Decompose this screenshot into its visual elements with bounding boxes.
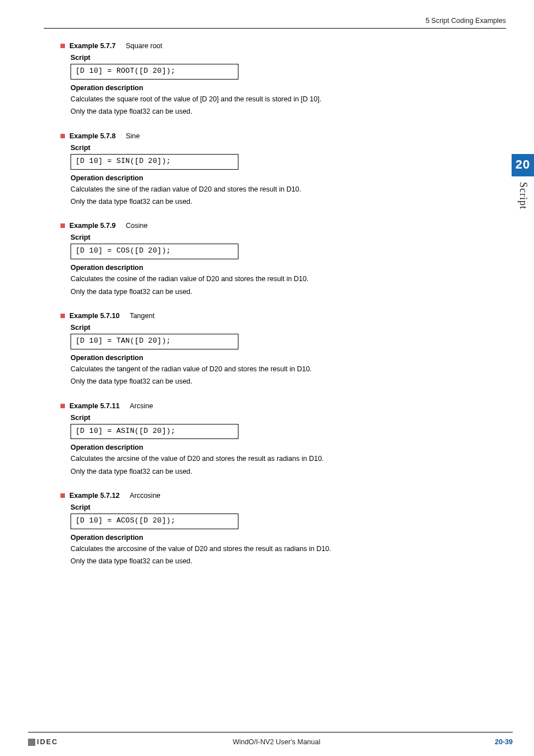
example-title: Square root [126, 42, 162, 50]
bullet-icon [60, 314, 65, 318]
example-section: Example 5.7.11 Arcsine Script [D 10] = A… [60, 402, 486, 478]
script-code: [D 10] = ASIN([D 20]); [71, 424, 238, 440]
opdesc-heading: Operation description [71, 444, 486, 451]
example-title: Arccosine [130, 492, 161, 500]
opdesc-line: Only the data type float32 can be used. [71, 106, 486, 117]
example-title: Sine [126, 132, 140, 140]
opdesc-line: Only the data type float32 can be used. [71, 197, 486, 207]
opdesc-line: Only the data type float32 can be used. [71, 287, 486, 297]
opdesc-text: Calculates the tangent of the radian val… [71, 364, 486, 388]
script-code: [D 10] = ROOT([D 20]); [71, 64, 238, 80]
section-title: 5 Script Coding Examples [425, 17, 506, 25]
opdesc-text: Calculates the arcsine of the value of D… [71, 454, 486, 477]
footer-page-number: 20-39 [495, 738, 513, 746]
opdesc-heading: Operation description [71, 354, 486, 362]
script-heading: Script [71, 503, 486, 511]
opdesc-line: Calculates the tangent of the radian val… [71, 364, 486, 375]
bullet-icon [60, 44, 65, 48]
opdesc-text: Calculates the square root of the value … [71, 94, 486, 118]
script-heading: Script [71, 144, 486, 152]
page-footer: IDEC WindO/I-NV2 User's Manual 20-39 [28, 732, 513, 746]
opdesc-heading: Operation description [71, 84, 486, 92]
example-section: Example 5.7.7 Square root Script [D 10] … [60, 42, 486, 118]
example-title: Arcsine [130, 402, 153, 410]
script-code: [D 10] = TAN([D 20]); [71, 334, 238, 349]
example-label: Example 5.7.11 [69, 402, 120, 410]
opdesc-line: Calculates the cosine of the radian valu… [71, 274, 486, 284]
footer-logo: IDEC [28, 738, 58, 746]
logo-icon [28, 739, 35, 746]
chapter-number: 20 [512, 154, 534, 176]
example-label: Example 5.7.10 [69, 312, 120, 320]
bullet-icon [60, 404, 65, 408]
main-content: Example 5.7.7 Square root Script [D 10] … [60, 42, 486, 567]
script-heading: Script [71, 324, 486, 332]
bullet-icon [60, 134, 65, 138]
footer-title: WindO/I-NV2 User's Manual [233, 738, 321, 746]
opdesc-heading: Operation description [71, 174, 486, 182]
opdesc-line: Only the data type float32 can be used. [71, 466, 486, 477]
opdesc-line: Calculates the arcsine of the value of D… [71, 454, 486, 464]
logo-text: IDEC [37, 738, 58, 746]
example-section: Example 5.7.9 Cosine Script [D 10] = COS… [60, 222, 486, 297]
example-section: Example 5.7.12 Arccosine Script [D 10] =… [60, 492, 486, 567]
script-heading: Script [71, 54, 486, 62]
chapter-label: Script [517, 182, 529, 209]
script-heading: Script [71, 414, 486, 422]
example-label: Example 5.7.9 [69, 222, 116, 230]
opdesc-line: Only the data type float32 can be used. [71, 556, 486, 567]
example-label: Example 5.7.12 [69, 492, 120, 500]
script-heading: Script [71, 234, 486, 241]
opdesc-text: Calculates the arccosine of the value of… [71, 544, 486, 567]
script-code: [D 10] = COS([D 20]); [71, 244, 238, 259]
script-code: [D 10] = ACOS([D 20]); [71, 514, 238, 529]
opdesc-line: Only the data type float32 can be used. [71, 376, 486, 387]
opdesc-heading: Operation description [71, 534, 486, 542]
page-header: 5 Script Coding Examples [44, 17, 506, 29]
opdesc-text: Calculates the sine of the radian value … [71, 184, 486, 208]
bullet-icon [60, 223, 65, 228]
opdesc-heading: Operation description [71, 264, 486, 272]
opdesc-line: Calculates the square root of the value … [71, 94, 486, 105]
chapter-tab: 20 Script [512, 154, 534, 211]
example-label: Example 5.7.8 [69, 132, 116, 140]
bullet-icon [60, 493, 65, 498]
opdesc-line: Calculates the arccosine of the value of… [71, 544, 486, 554]
example-title: Tangent [130, 312, 154, 320]
example-label: Example 5.7.7 [69, 42, 116, 50]
example-title: Cosine [126, 222, 148, 230]
example-section: Example 5.7.10 Tangent Script [D 10] = T… [60, 312, 486, 388]
opdesc-text: Calculates the cosine of the radian valu… [71, 274, 486, 297]
opdesc-line: Calculates the sine of the radian value … [71, 184, 486, 195]
script-code: [D 10] = SIN([D 20]); [71, 154, 238, 170]
example-section: Example 5.7.8 Sine Script [D 10] = SIN([… [60, 132, 486, 208]
